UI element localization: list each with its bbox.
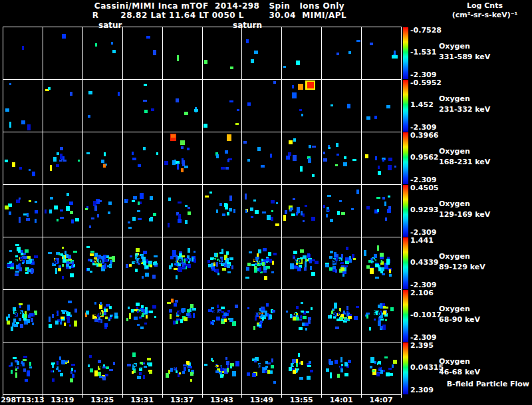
saturn-marker-label: satur — [98, 21, 122, 30]
colorbar-scale-max: -0.5952 — [410, 79, 457, 87]
panel-grid-label: 50 — [293, 259, 303, 265]
data-point — [15, 372, 17, 378]
data-point — [166, 373, 169, 378]
data-point — [29, 313, 33, 317]
data-point — [387, 209, 391, 213]
data-point — [311, 307, 313, 310]
data-point — [152, 275, 156, 279]
energy-range-label: 46-68 keV — [439, 368, 525, 376]
data-point — [27, 124, 31, 130]
data-point — [271, 271, 274, 273]
energy-species-label: Oxygen — [439, 95, 525, 103]
data-point — [382, 159, 384, 162]
data-point — [99, 376, 103, 378]
data-point — [310, 370, 313, 372]
data-point — [335, 327, 339, 329]
data-point — [143, 100, 147, 102]
data-point — [186, 313, 190, 316]
data-point — [126, 264, 128, 268]
spectrogram-panel — [282, 27, 321, 79]
data-point — [149, 371, 152, 374]
data-point — [132, 152, 134, 155]
data-point — [217, 273, 219, 275]
data-point — [253, 200, 256, 202]
data-point — [194, 109, 198, 112]
data-point — [154, 263, 158, 265]
data-point — [294, 266, 298, 269]
data-point — [74, 321, 77, 327]
data-point — [372, 370, 375, 372]
data-point — [174, 303, 177, 307]
data-point — [220, 374, 223, 378]
panel-grid-label: 50 — [213, 259, 223, 265]
data-point — [384, 265, 388, 269]
saturn-marker-label: saturn — [233, 21, 262, 30]
data-point — [136, 253, 138, 255]
spectrogram-panel — [43, 80, 82, 132]
spectrogram-panel: 50 — [83, 290, 122, 342]
axis-tick — [43, 394, 43, 398]
data-point — [129, 264, 132, 267]
plot-title: Cassini/MIMI Inca mTOF 2014-298 Spin Ion… — [0, 1, 439, 11]
data-point — [312, 146, 316, 148]
data-point — [301, 114, 303, 116]
data-point — [375, 264, 379, 267]
spectrogram-panel — [362, 185, 401, 237]
data-point — [71, 219, 74, 223]
energy-species-label: Oxygen — [439, 253, 525, 261]
data-point — [272, 310, 275, 313]
data-point — [66, 311, 68, 314]
data-point — [86, 246, 90, 248]
spectrogram-panel — [322, 80, 361, 132]
data-point — [59, 265, 61, 268]
data-point — [257, 268, 259, 271]
panel-grid-label: 50 — [372, 259, 382, 265]
data-point — [66, 267, 69, 269]
data-point — [216, 154, 219, 158]
data-point — [380, 326, 383, 329]
data-point — [132, 217, 136, 221]
data-point — [9, 250, 12, 252]
data-point — [139, 372, 142, 375]
data-point — [329, 267, 332, 271]
colorbar — [403, 290, 408, 342]
spectrogram-panel — [123, 80, 162, 132]
data-point — [336, 143, 338, 147]
data-point — [235, 305, 238, 308]
spectrogram-panel — [43, 185, 82, 237]
data-point — [346, 311, 348, 313]
spectrogram-panel: 50 — [242, 290, 281, 342]
data-point — [182, 255, 185, 257]
data-point — [66, 193, 69, 196]
data-point — [337, 211, 340, 215]
data-point — [330, 315, 332, 319]
data-point — [257, 147, 261, 151]
data-point — [156, 152, 158, 155]
colorbar — [403, 80, 408, 132]
data-point — [88, 364, 90, 367]
data-point — [346, 261, 349, 263]
data-point — [143, 251, 147, 254]
data-point — [382, 197, 385, 200]
data-point — [293, 198, 295, 200]
data-point — [342, 271, 346, 274]
data-point — [128, 307, 130, 309]
data-point — [378, 166, 380, 169]
spectrogram-panel — [83, 132, 122, 184]
data-point — [176, 319, 180, 321]
data-point — [346, 247, 348, 250]
data-point — [73, 251, 77, 253]
data-point — [34, 255, 38, 258]
data-point — [384, 356, 388, 358]
data-point — [289, 209, 292, 211]
data-point — [227, 310, 230, 313]
data-point — [26, 260, 30, 264]
data-point — [340, 267, 344, 271]
panel-grid-label: 50 — [54, 259, 64, 265]
data-point — [113, 362, 115, 365]
data-point — [265, 361, 268, 364]
data-point — [217, 305, 219, 308]
data-point — [369, 327, 371, 331]
data-point — [104, 259, 108, 262]
data-point — [95, 43, 97, 47]
